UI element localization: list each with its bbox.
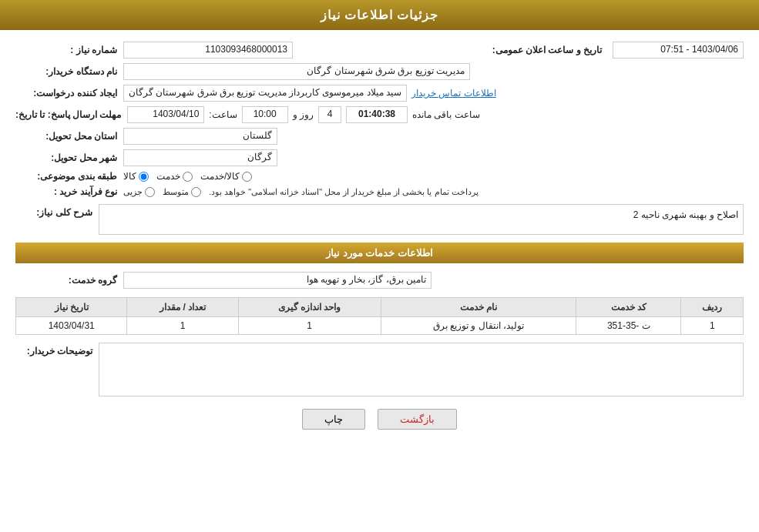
- cell-vahed: 1: [238, 317, 381, 335]
- shomare-label: شماره نیاز :: [15, 45, 123, 55]
- farayand-label: نوع فرآیند خرید :: [15, 186, 123, 197]
- ijad-value-area: سید میلاد میرموسوی کاربرداز مدیریت توزیع…: [123, 85, 744, 102]
- table-body: 1 ت -35-351 تولید، انتقال و توزیع برق 1 …: [16, 317, 744, 335]
- cell-naam: تولید، انتقال و توزیع برق: [381, 317, 576, 335]
- tabaqe-radio-group: کالا خدمت کالا/خدمت: [123, 171, 252, 182]
- table-head: ردیف کد خدمت نام خدمت واحد اندازه گیری ت…: [16, 298, 744, 317]
- print-button[interactable]: چاپ: [302, 409, 365, 430]
- radio-khadamat: خدمت: [156, 171, 193, 182]
- ijad-label: ایجاد کننده درخواست:: [15, 88, 123, 99]
- mohlat-countdown: 01:40:38: [346, 106, 408, 123]
- row-mohlat: مهلت ارسال پاسخ: تا تاریخ: 1403/04/10 سا…: [15, 104, 744, 125]
- tarikh-value: 1403/04/06 - 07:51: [613, 42, 744, 59]
- mohlat-days: 4: [318, 106, 341, 123]
- header-title: جزئیات اطلاعات نیاز: [321, 8, 439, 22]
- col-tarikh: تاریخ نیاز: [16, 298, 127, 317]
- tabaqe-label: طبقه بندی موضوعی:: [15, 171, 123, 182]
- farayand-process-row: جزیی متوسط پرداخت تمام یا بخشی از مبلغ خ…: [123, 187, 479, 197]
- row-tabaqe: طبقه بندی موضوعی: کالا خدمت کالا/خدمت: [15, 169, 744, 184]
- sharh-label: شرح کلی نیاز:: [15, 204, 92, 218]
- table-header-row: ردیف کد خدمت نام خدمت واحد اندازه گیری ت…: [16, 298, 744, 317]
- contact-link[interactable]: اطلاعات تماس خریدار: [411, 88, 496, 99]
- farayand-note: پرداخت تمام یا بخشی از مبلغ خریدار از مح…: [209, 187, 479, 197]
- mohlat-time-label: ساعت:: [209, 109, 237, 120]
- grohe-value-area: تامین برق، گاز، بخار و تهویه هوا: [123, 272, 744, 289]
- radio-motavassett-label: متوسط: [163, 187, 189, 197]
- naam-dastgah-value-area: مدیریت توزیع برق شرق شهرستان گرگان: [123, 63, 744, 80]
- row-ostan: استان محل تحویل: گلستان: [15, 125, 744, 147]
- row-shomare: شماره نیاز : 1103093468000013 تاریخ و سا…: [15, 39, 744, 61]
- ostan-value: گلستان: [123, 128, 277, 145]
- radio-kala: کالا: [123, 171, 149, 182]
- col-kod: کد خدمت: [576, 298, 681, 317]
- naam-dastgah-value: مدیریت توزیع برق شرق شهرستان گرگان: [123, 63, 470, 80]
- row-farayand: نوع فرآیند خرید : جزیی متوسط پرداخت تمام…: [15, 184, 744, 199]
- col-tedad: تعداد / مقدار: [127, 298, 238, 317]
- content-area: شماره نیاز : 1103093468000013 تاریخ و سا…: [0, 30, 759, 439]
- cell-kod: ت -35-351: [576, 317, 681, 335]
- farayand-value-area: جزیی متوسط پرداخت تمام یا بخشی از مبلغ خ…: [123, 187, 744, 197]
- services-title: اطلاعات خدمات مورد نیاز: [326, 247, 433, 259]
- radio-khadamat-label: خدمت: [156, 171, 180, 182]
- shahr-label: شهر محل تحویل:: [15, 152, 123, 163]
- table-row: 1 ت -35-351 تولید، انتقال و توزیع برق 1 …: [16, 317, 744, 335]
- process-jozi: جزیی: [123, 187, 155, 197]
- shahr-value: گرگان: [123, 149, 277, 166]
- tarikh-area: تاریخ و ساعت اعلان عمومی: 1403/04/06 - 0…: [434, 42, 744, 59]
- back-button[interactable]: بازگشت: [378, 409, 457, 430]
- mohlat-label: مهلت ارسال پاسخ: تا تاریخ:: [15, 109, 127, 120]
- row-shahr: شهر محل تحویل: گرگان: [15, 147, 744, 169]
- ostan-value-area: گلستان: [123, 128, 744, 145]
- mohlat-time: 10:00: [242, 106, 288, 123]
- radio-kala-khadamat: کالا/خدمت: [200, 171, 252, 182]
- row-grohe: گروه خدمت: تامین برق، گاز، بخار و تهویه …: [15, 269, 744, 291]
- sharh-value: اصلاح و بهینه شهری ناحیه 2: [99, 204, 744, 235]
- radio-jozi-input[interactable]: [145, 187, 155, 197]
- bottom-buttons: بازگشت چاپ: [15, 409, 744, 430]
- row-naam-dastgah: نام دستگاه خریدار: مدیریت توزیع برق شرق …: [15, 61, 744, 82]
- buyer-desc-label: توضیحات خریدار:: [15, 343, 92, 356]
- page-header: جزئیات اطلاعات نیاز: [0, 0, 759, 30]
- grohe-value: تامین برق، گاز، بخار و تهویه هوا: [123, 272, 432, 289]
- col-vahed: واحد اندازه گیری: [238, 298, 381, 317]
- process-motavassett: متوسط: [163, 187, 201, 197]
- naam-dastgah-label: نام دستگاه خریدار:: [15, 66, 123, 77]
- radio-jozi-label: جزیی: [123, 187, 143, 197]
- radio-motavassett-input[interactable]: [191, 187, 201, 197]
- services-section-header: اطلاعات خدمات مورد نیاز: [15, 243, 744, 263]
- mohlat-days-label: روز و: [293, 109, 314, 120]
- buyer-desc-box: [99, 343, 744, 396]
- radio-kala-input[interactable]: [139, 172, 149, 182]
- tabaqe-value-area: کالا خدمت کالا/خدمت: [123, 171, 744, 182]
- cell-tarikh: 1403/04/31: [16, 317, 127, 335]
- shahr-value-area: گرگان: [123, 149, 744, 166]
- radio-kala-khadamat-label: کالا/خدمت: [200, 171, 240, 182]
- mohlat-countdown-label: ساعت باقی مانده: [412, 109, 480, 120]
- cell-radif: 1: [681, 317, 744, 335]
- radio-kala-label: کالا: [123, 171, 136, 182]
- radio-kala-khadamat-input[interactable]: [242, 172, 252, 182]
- mohlat-value-area: 1403/04/10 ساعت: 10:00 روز و 4 01:40:38 …: [127, 106, 744, 123]
- grohe-label: گروه خدمت:: [15, 275, 123, 286]
- ijad-value: سید میلاد میرموسوی کاربرداز مدیریت توزیع…: [123, 85, 407, 102]
- page-wrapper: جزئیات اطلاعات نیاز شماره نیاز : 1103093…: [0, 0, 759, 532]
- radio-khadamat-input[interactable]: [183, 172, 193, 182]
- cell-tedad: 1: [127, 317, 238, 335]
- shomare-value: 1103093468000013: [123, 42, 293, 59]
- row-sharh: شرح کلی نیاز: اصلاح و بهینه شهری ناحیه 2: [15, 204, 744, 235]
- tarikh-label: تاریخ و ساعت اعلان عمومی:: [492, 45, 608, 55]
- mohlat-date: 1403/04/10: [127, 106, 204, 123]
- row-ijad: ایجاد کننده درخواست: سید میلاد میرموسوی …: [15, 82, 744, 104]
- col-naam: نام خدمت: [381, 298, 576, 317]
- shomare-value-area: 1103093468000013: [123, 42, 434, 59]
- row-buyer-desc: توضیحات خریدار:: [15, 343, 744, 396]
- services-table: ردیف کد خدمت نام خدمت واحد اندازه گیری ت…: [15, 297, 744, 335]
- col-radif: ردیف: [681, 298, 744, 317]
- ostan-label: استان محل تحویل:: [15, 131, 123, 142]
